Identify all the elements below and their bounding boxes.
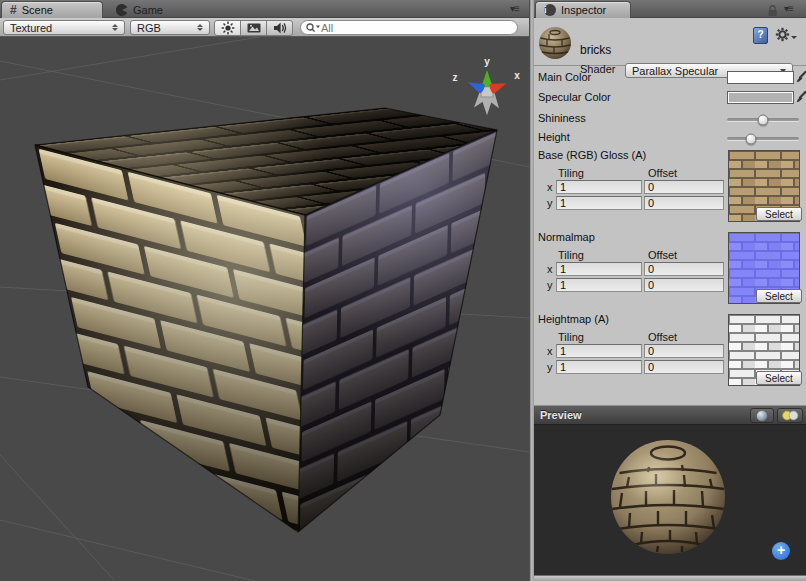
tab-scene-label: Scene — [22, 4, 53, 16]
preview-body[interactable]: + — [534, 425, 806, 575]
offset-y-field[interactable] — [644, 360, 724, 374]
sphere-icon — [756, 410, 768, 422]
inspector-menu-icon[interactable]: ▾≡ — [784, 4, 793, 14]
lock-icon[interactable] — [767, 4, 778, 17]
scene-pane: # Scene Game ▾≡ Textured RGB — [0, 0, 529, 581]
tiling-header: Tiling — [558, 167, 584, 179]
main-color-swatch[interactable] — [727, 71, 794, 84]
offset-x-field[interactable] — [644, 180, 724, 194]
gear-icon — [775, 27, 790, 42]
scene-lighting-toggle[interactable] — [214, 20, 241, 36]
offset-y-field[interactable] — [644, 196, 724, 210]
popup-arrows-icon — [112, 24, 118, 31]
game-icon — [116, 4, 128, 16]
tiling-x-field[interactable] — [556, 180, 642, 194]
color-mode-dropdown[interactable]: RGB — [130, 20, 210, 35]
scene-grid-icon: # — [10, 3, 17, 17]
inspector-pane: i Inspector ▾≡ bric — [534, 0, 806, 581]
brick-cube[interactable] — [35, 108, 497, 532]
base-texture-select-button[interactable]: Select — [756, 207, 802, 221]
offset-header: Offset — [648, 249, 677, 261]
scene-toolbar: Textured RGB — [0, 18, 529, 37]
height-slider-handle[interactable] — [745, 133, 756, 144]
texture-map-section-height: Heightmap (A) Tiling Offset x y Select — [534, 313, 806, 395]
inspector-tabstrip: i Inspector ▾≡ — [534, 0, 806, 18]
info-icon: i — [544, 4, 556, 16]
specular-color-eyedropper-icon[interactable] — [795, 90, 806, 104]
unity-editor-window: { "colors": { "scene-bg": "#494949", "gr… — [0, 0, 806, 581]
axis-y-label: y — [547, 197, 553, 209]
specular-color-label: Specular Color — [538, 91, 611, 103]
offset-header: Offset — [648, 331, 677, 343]
search-filter-label: All — [321, 22, 333, 34]
main-color-label: Main Color — [538, 71, 591, 83]
tab-inspector-label: Inspector — [561, 4, 606, 16]
gear-menu-button[interactable] — [775, 27, 797, 42]
render-mode-dropdown[interactable]: Textured — [3, 20, 125, 35]
tiling-x-field[interactable] — [556, 344, 642, 358]
help-icon[interactable]: ? — [753, 27, 768, 44]
scene-panel-menu-icon[interactable]: ▾≡ — [510, 4, 519, 14]
shader-value: Parallax Specular — [632, 65, 718, 77]
map-title: Normalmap — [538, 231, 595, 243]
main-color-eyedropper-icon[interactable] — [795, 70, 806, 84]
shininess-slider[interactable] — [727, 118, 799, 121]
offset-y-field[interactable] — [644, 278, 724, 292]
tiling-header: Tiling — [558, 249, 584, 261]
tab-scene[interactable]: # Scene — [1, 1, 103, 18]
axis-x-label: x — [547, 345, 553, 357]
scene-skybox-toggle[interactable] — [240, 20, 267, 36]
normalmap-select-button[interactable]: Select — [756, 289, 802, 303]
add-button[interactable]: + — [772, 542, 790, 560]
heightmap-select-button[interactable]: Select — [756, 371, 802, 385]
tiling-y-field[interactable] — [556, 278, 642, 292]
tiling-y-field[interactable] — [556, 196, 642, 210]
tab-game[interactable]: Game — [108, 1, 171, 18]
map-title: Heightmap (A) — [538, 313, 609, 325]
preview-lighting-toggle[interactable] — [777, 408, 803, 423]
select-label: Select — [765, 209, 793, 220]
tiling-y-field[interactable] — [556, 360, 642, 374]
material-ball-thumbnail — [537, 25, 573, 61]
scene-viewport[interactable]: y x z — [0, 37, 529, 581]
gear-dropdown-arrow-icon — [791, 36, 797, 39]
render-mode-label: Textured — [10, 22, 52, 34]
scene-search-field[interactable]: All — [300, 20, 518, 35]
select-label: Select — [765, 373, 793, 384]
map-title: Base (RGB) Gloss (A) — [538, 149, 646, 161]
preview-title: Preview — [540, 409, 582, 421]
gizmo-y-label: y — [484, 56, 490, 67]
tab-game-label: Game — [133, 4, 163, 16]
shininess-slider-handle[interactable] — [758, 114, 769, 125]
sun-icon — [220, 20, 236, 36]
offset-x-field[interactable] — [644, 344, 724, 358]
popup-arrows-icon — [197, 24, 203, 31]
two-lights-icon — [781, 410, 799, 421]
axis-y-label: y — [547, 361, 553, 373]
tab-inspector[interactable]: i Inspector — [535, 1, 631, 18]
tiling-header: Tiling — [558, 331, 584, 343]
scene-orientation-gizmo[interactable]: y x z — [453, 56, 521, 115]
offset-x-field[interactable] — [644, 262, 724, 276]
preview-header[interactable]: Preview — [534, 405, 806, 425]
image-icon — [246, 20, 262, 36]
material-name: bricks — [580, 43, 611, 57]
color-mode-label: RGB — [137, 22, 161, 34]
specular-color-swatch[interactable] — [727, 91, 794, 104]
height-slider[interactable] — [727, 137, 799, 140]
material-header: bricks ? Shader Parallax Specular — [534, 18, 806, 66]
speaker-icon — [272, 20, 288, 36]
inspector-bottom-edge[interactable] — [534, 575, 806, 581]
axis-x-label: x — [547, 181, 553, 193]
preview-sphere-button[interactable] — [750, 408, 774, 423]
scene-3d-render: y x z — [0, 37, 529, 581]
texture-map-section-base: Base (RGB) Gloss (A) Tiling Offset x y S… — [534, 149, 806, 231]
scene-audio-toggle[interactable] — [266, 20, 293, 36]
tiling-x-field[interactable] — [556, 262, 642, 276]
search-icon — [305, 21, 321, 34]
offset-header: Offset — [648, 167, 677, 179]
material-preview-sphere — [534, 425, 806, 575]
height-label: Height — [538, 131, 570, 143]
texture-map-section-normal: Normalmap Tiling Offset x y Select — [534, 231, 806, 313]
shininess-label: Shininess — [538, 112, 586, 124]
